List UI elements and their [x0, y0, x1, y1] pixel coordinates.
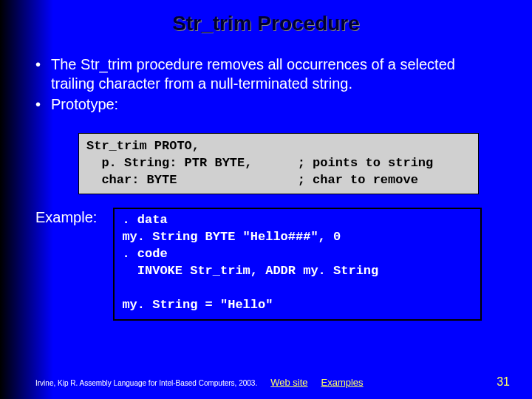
- footer-citation: Irvine, Kip R. Assembly Language for Int…: [35, 379, 257, 387]
- website-link[interactable]: Web site: [270, 377, 307, 388]
- page-number: 31: [497, 375, 510, 389]
- examples-link[interactable]: Examples: [321, 377, 364, 388]
- bullet-dot: •: [35, 55, 41, 74]
- title-text: Str_trim Procedure: [172, 12, 360, 35]
- prototype-code-box: Str_trim PROTO, p. String: PTR BYTE, ; p…: [78, 133, 479, 194]
- example-row: Example: . data my. String BYTE "Hello##…: [0, 208, 532, 321]
- bullet-text: Prototype:: [51, 95, 118, 114]
- bullet-text: The Str_trim procedure removes all occur…: [51, 55, 502, 93]
- bullet-item: • Prototype:: [35, 95, 502, 114]
- footer: Irvine, Kip R. Assembly Language for Int…: [35, 375, 510, 389]
- example-label: Example:: [35, 209, 97, 226]
- slide-title: Str_trim Procedure: [172, 0, 360, 50]
- bullet-item: • The Str_trim procedure removes all occ…: [35, 55, 502, 93]
- bullet-list: • The Str_trim procedure removes all occ…: [0, 50, 532, 114]
- bullet-dot: •: [35, 95, 41, 114]
- example-code-box: . data my. String BYTE "Hello###", 0 . c…: [113, 208, 482, 321]
